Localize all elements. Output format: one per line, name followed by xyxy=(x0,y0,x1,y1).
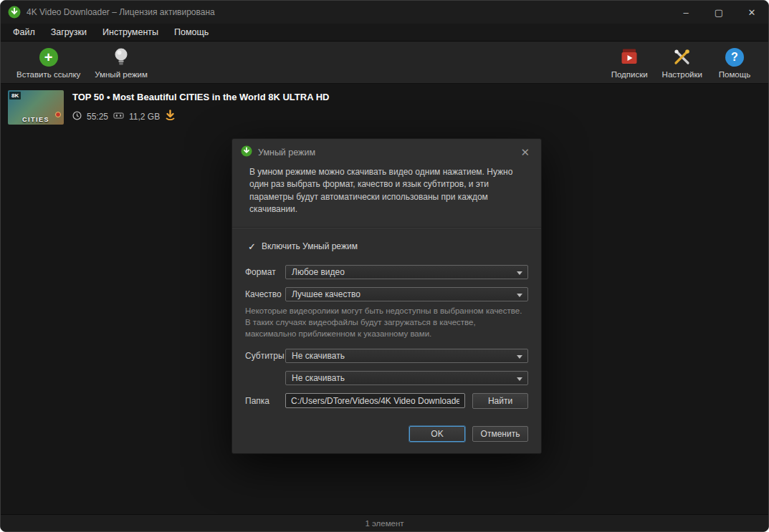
menu-downloads[interactable]: Загрузки xyxy=(43,25,95,39)
app-logo-icon xyxy=(8,6,21,19)
subscriptions-label: Подписки xyxy=(611,70,648,79)
video-size: 11,2 GB xyxy=(129,112,160,122)
help-icon: ? xyxy=(725,47,744,68)
close-button[interactable]: ✕ xyxy=(735,1,768,24)
paste-link-label: Вставить ссылку xyxy=(16,70,80,79)
toolbar: + Вставить ссылку Умный режим xyxy=(1,42,768,84)
storage-icon xyxy=(113,112,124,122)
quality-row: Качество Лучшее качество xyxy=(245,287,528,301)
subtitles-secondary-dropdown[interactable]: Не скачивать xyxy=(285,371,528,385)
video-title: TOP 50 • Most Beautiful CITIES in the Wo… xyxy=(72,92,329,102)
resolution-badge: 8K xyxy=(9,92,21,100)
lightbulb-icon xyxy=(114,47,128,68)
menu-help[interactable]: Помощь xyxy=(166,25,216,39)
item-count: 1 элемент xyxy=(365,519,403,528)
toolbar-right-group: Подписки Настройки ? Помощь xyxy=(604,42,760,83)
subtitles-dropdown[interactable]: Не скачивать xyxy=(285,349,528,363)
quality-value: Лучшее качество xyxy=(292,289,360,299)
menu-file[interactable]: Файл xyxy=(5,25,43,39)
chevron-down-icon xyxy=(517,271,522,275)
maximize-button[interactable]: ▢ xyxy=(702,1,735,24)
window-controls: – ▢ ✕ xyxy=(669,1,768,24)
dialog-title: Умный режим xyxy=(258,147,315,158)
ok-button[interactable]: OK xyxy=(409,426,465,442)
quality-label: Качество xyxy=(245,289,285,299)
dialog-logo-icon xyxy=(241,145,252,160)
subtitles-value: Не скачивать xyxy=(292,351,345,361)
quality-note: Некоторые видеоролики могут быть недосту… xyxy=(245,305,528,339)
cancel-button[interactable]: Отменить xyxy=(472,426,528,442)
menu-bar: Файл Загрузки Инструменты Помощь xyxy=(1,24,768,42)
video-meta: 55:25 11,2 GB xyxy=(72,110,329,123)
video-thumbnail: 8K CITIES xyxy=(8,90,64,125)
app-window: 4K Video Downloader – Лицензия активиров… xyxy=(0,0,769,532)
format-value: Любое видео xyxy=(292,267,345,277)
paste-link-button[interactable]: + Вставить ссылку xyxy=(9,42,87,83)
folder-path-input[interactable] xyxy=(285,393,465,408)
checkbox-label: Включить Умный режим xyxy=(262,241,358,251)
folder-row: Папка Найти xyxy=(245,393,528,409)
chevron-down-icon xyxy=(517,355,522,359)
folder-label: Папка xyxy=(245,396,285,406)
dialog-close-icon[interactable]: ✕ xyxy=(517,146,532,159)
quality-dropdown[interactable]: Лучшее качество xyxy=(285,287,528,301)
format-label: Формат xyxy=(245,267,285,277)
subtitles-label: Субтитры xyxy=(245,351,285,361)
format-dropdown[interactable]: Любое видео xyxy=(285,265,528,279)
clock-icon xyxy=(72,111,82,122)
download-arrow-icon[interactable] xyxy=(165,110,176,123)
paste-link-plus-icon: + xyxy=(39,47,58,68)
settings-label: Настройки xyxy=(662,70,702,79)
settings-button[interactable]: Настройки xyxy=(655,42,710,83)
status-bar: 1 элемент xyxy=(1,514,768,531)
video-info: TOP 50 • Most Beautiful CITIES in the Wo… xyxy=(72,90,329,125)
smart-mode-button[interactable]: Умный режим xyxy=(87,42,155,83)
help-label: Помощь xyxy=(719,70,750,79)
browse-button[interactable]: Найти xyxy=(472,393,528,409)
tools-icon xyxy=(672,47,692,68)
format-row: Формат Любое видео xyxy=(245,265,528,279)
subtitles-row: Субтитры Не скачивать xyxy=(245,349,528,363)
dialog-body: ✓ Включить Умный режим Формат Любое виде… xyxy=(232,228,541,453)
enable-smart-mode-checkbox[interactable]: ✓ Включить Умный режим xyxy=(245,241,528,252)
smart-mode-label: Умный режим xyxy=(95,70,148,79)
thumbnail-caption: CITIES xyxy=(8,116,64,123)
download-list: 8K CITIES TOP 50 • Most Beautiful CITIES… xyxy=(1,84,768,131)
subtitles-secondary-row: Не скачивать xyxy=(245,371,528,385)
smart-mode-dialog: Умный режим ✕ В умном режиме можно скачи… xyxy=(231,138,542,454)
menu-tools[interactable]: Инструменты xyxy=(95,25,166,39)
subscriptions-icon xyxy=(620,47,639,68)
thumbnail-logo-dot xyxy=(55,112,61,117)
video-duration: 55:25 xyxy=(87,112,108,122)
chevron-down-icon xyxy=(517,377,522,381)
help-button[interactable]: ? Помощь xyxy=(710,42,760,83)
dialog-description: В умном режиме можно скачивать видео одн… xyxy=(232,164,541,227)
list-item[interactable]: 8K CITIES TOP 50 • Most Beautiful CITIES… xyxy=(1,84,768,131)
dialog-buttons: OK Отменить xyxy=(245,426,528,442)
subtitles-secondary-value: Не скачивать xyxy=(292,373,345,383)
subscriptions-button[interactable]: Подписки xyxy=(604,42,655,83)
chevron-down-icon xyxy=(517,294,522,297)
dialog-header: Умный режим ✕ xyxy=(232,139,541,164)
window-title: 4K Video Downloader – Лицензия активиров… xyxy=(27,7,215,17)
title-bar: 4K Video Downloader – Лицензия активиров… xyxy=(1,1,768,24)
checkmark-icon: ✓ xyxy=(248,241,256,252)
minimize-button[interactable]: – xyxy=(669,1,702,24)
